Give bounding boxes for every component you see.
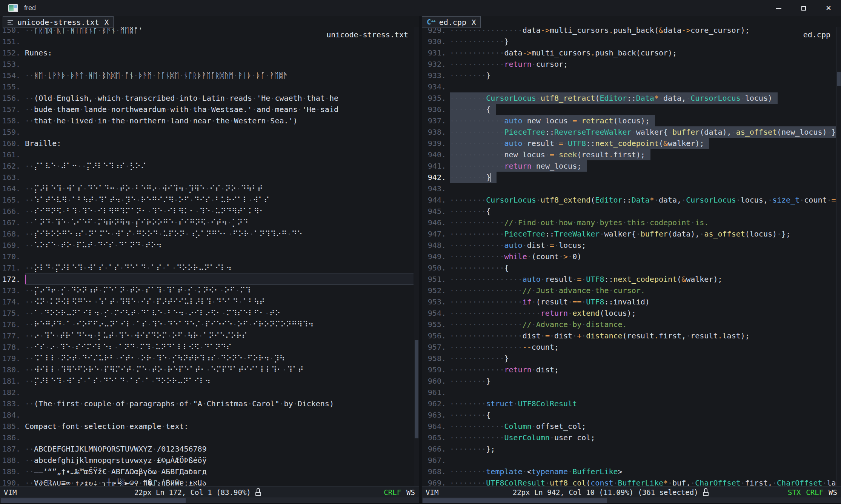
text-line[interactable]: 157.··bude·thaem·lande·northweardum·with… xyxy=(0,104,419,115)
text-line[interactable]: 174.··⠪⠝·⠅⠝⠪⠇⠫⠛⠑⠂·⠱⠁⠞·⠹⠻⠑·⠊⠎·⠏⠜⠞⠊⠊⠥⠇⠜⠇⠹·… xyxy=(0,296,419,307)
text-line[interactable]: 185.Compact·font·selection·example·text: xyxy=(0,421,419,432)
line-text[interactable]: ········struct·UTF8ColResult xyxy=(450,398,577,409)
code-line[interactable]: 946.············//·Find·out·how·many·byt… xyxy=(422,217,841,228)
line-text[interactable]: ········{ xyxy=(450,104,496,115)
line-text[interactable]: ········CursorLocus·utf8_extend(Editor::… xyxy=(450,194,841,206)
left-hscroll-thumb[interactable] xyxy=(1,498,186,503)
code-line[interactable]: 942.········} xyxy=(422,172,841,183)
code-editor-ed-cpp[interactable]: 929.················data->multi_cursors.… xyxy=(422,27,841,486)
line-text[interactable]: ············new_locus·=·seek(result.firs… xyxy=(450,149,650,160)
line-text[interactable]: ············//·Find·out·how·many·bytes·t… xyxy=(450,217,709,228)
line-text[interactable]: ··–—‘“”„†•…‰™œŠŸž€·ΑΒΓΔΩαβγδω·АБВГДабвгд xyxy=(25,466,207,477)
code-line[interactable]: 939.············auto·result·=·UTF8::next… xyxy=(422,138,841,149)
text-line[interactable]: 179.··⠩⠁⠇⠇·⠝⠕⠞·⠙⠊⠌⠥⠗⠃·⠊⠞⠂·⠕⠗·⠹⠑·⡊⠳⠝⠞⠗⠹⠰⠎… xyxy=(0,353,419,364)
line-text[interactable]: ············PieceTree::ReverseTreeWalker… xyxy=(450,126,841,138)
line-text[interactable]: ················auto·result·=·UTF8::next… xyxy=(450,274,723,285)
line-text[interactable]: ····················return·extend(locus)… xyxy=(450,307,636,319)
text-line[interactable]: 159. xyxy=(0,126,419,138)
text-line[interactable]: 156.··(Old·English,·which·transcribed·in… xyxy=(0,92,419,104)
text-line[interactable]: 171.··⡕⠇⠙·⡍⠜⠇⠑⠹·⠺⠁⠎·⠁⠎·⠙⠑⠁⠙·⠁⠎·⠁·⠙⠕⠕⠗⠤⠝⠁… xyxy=(0,262,419,274)
lock-icon[interactable] xyxy=(703,488,709,496)
code-line[interactable]: 938.············PieceTree::ReverseTreeWa… xyxy=(422,126,841,138)
code-line[interactable]: 934. xyxy=(422,81,841,92)
text-line[interactable]: 164.··⡍⠜⠇⠑⠹·⠺⠁⠎·⠙⠑⠁⠙⠒·⠞⠕·⠃⠑⠛⠔·⠺⠊⠹⠲·⡹⠻⠑·⠊… xyxy=(0,183,419,194)
tab-close-icon[interactable]: X xyxy=(105,18,109,26)
line-text[interactable]: ··bude·thaem·lande·northweardum·with·tha… xyxy=(25,104,338,115)
code-line[interactable]: 935.········CursorLocus·utf8_retract(Edi… xyxy=(422,92,841,104)
line-text[interactable]: ············return·new_locus; xyxy=(450,160,587,172)
text-line[interactable]: 170. xyxy=(0,251,419,262)
code-line[interactable]: 949.············while·(count·>·0) xyxy=(422,251,841,262)
text-line[interactable]: 166.··⠎⠊⠛⠝⠫·⠃⠹·⠹⠑·⠊⠇⠻⠛⠹⠍⠁⠝⠂·⠹⠑·⠊⠇⠻⠅⠂·⠹⠑·… xyxy=(0,206,419,217)
line-text[interactable]: ········{ xyxy=(450,409,490,421)
text-line[interactable]: 186. xyxy=(0,432,419,443)
text-line[interactable]: 158.··that·he·lived·in·the·northern·land… xyxy=(0,115,419,126)
line-text[interactable]: ············{ xyxy=(450,262,509,274)
line-text[interactable]: Braille: xyxy=(25,138,61,149)
code-line[interactable]: 966.········}; xyxy=(422,443,841,455)
text-line[interactable]: 180.··⠺⠊⠇⠇·⠹⠻⠑⠋⠕⠗⠑·⠏⠻⠍⠊⠞·⠍⠑·⠞⠕·⠗⠑⠏⠑⠁⠞⠂·⠑… xyxy=(0,364,419,375)
tab-ed-cpp[interactable]: C++ ed.cpp X xyxy=(422,16,481,28)
text-line[interactable]: 177.··⠔·⠹⠑·⠞⠗⠁⠙⠑⠲·⡃⠥⠞·⠹⠑·⠺⠊⠎⠙⠕⠍·⠕⠋·⠳⠗·⠁⠝… xyxy=(0,330,419,341)
line-text[interactable]: ··⡕⠇⠙·⡍⠜⠇⠑⠹·⠺⠁⠎·⠁⠎·⠙⠑⠁⠙·⠁⠎·⠁·⠙⠕⠕⠗⠤⠝⠁⠊⠇⠲ xyxy=(25,262,232,274)
line-text[interactable]: ········} xyxy=(450,375,490,387)
line-text[interactable]: ············UserColumn·user_col; xyxy=(450,432,595,443)
line-text[interactable]: ··ᚪᚱᛖᛞ·ᚣᛁ·ᚻᛁᛖᚱᚾᚩ·ᛒᚫᚾ·ᛗᛖᛥᚩ' xyxy=(25,27,143,36)
text-line[interactable]: 155. xyxy=(0,81,419,92)
line-text[interactable]: ········UTF8ColResult·utf8_col(const·Buf… xyxy=(450,477,841,486)
text-line[interactable]: 187.··ABCDEFGHIJKLMNOPQRSTUVWXYZ·/012345… xyxy=(0,443,419,455)
line-text[interactable]: ··⠡⠕⠎⠑·⠞⠕·⠏⠥⠞·⠙⠊⠎·⠙⠁⠝⠙·⠞⠕⠲ xyxy=(25,240,162,251)
line-text[interactable]: ··⡍⠜⠇⠑⠹·⠺⠁⠎·⠙⠑⠁⠙⠒·⠞⠕·⠃⠑⠛⠔·⠺⠊⠹⠲·⡹⠻⠑·⠊⠎·⠝⠕… xyxy=(25,183,263,194)
pane-divider[interactable] xyxy=(419,16,422,502)
line-text[interactable]: ················--count; xyxy=(450,341,559,353)
code-line[interactable]: 940.············new_locus·=·seek(result.… xyxy=(422,149,841,160)
left-horizontal-scrollbar[interactable] xyxy=(0,498,419,503)
line-text[interactable]: ········} xyxy=(450,70,490,81)
code-line[interactable]: 961. xyxy=(422,387,841,398)
code-line[interactable]: 937.············auto·new_locus·=·retract… xyxy=(422,115,841,126)
code-line[interactable]: 944.········CursorLocus·utf8_extend(Edit… xyxy=(422,194,841,206)
line-text[interactable]: ············return·cursor; xyxy=(450,58,568,70)
text-line[interactable]: 183.··(The·first·couple·of·paragraphs·of… xyxy=(0,398,419,409)
code-line[interactable]: 951.················auto·result·=·UTF8::… xyxy=(422,274,841,285)
code-line[interactable]: 941.············return·new_locus; xyxy=(422,160,841,172)
code-line[interactable]: 968.········template·<typename·BufferLik… xyxy=(422,466,841,477)
line-text[interactable]: Compact·font·selection·example·text: xyxy=(25,421,189,432)
code-line[interactable]: 933.········} xyxy=(422,70,841,81)
text-line[interactable]: 167.··⠁⠝⠙·⠹⠑·⠡⠊⠑⠋·⠍⠳⠗⠝⠻⠲·⡎⠊⠗⠕⠕⠛⠑·⠎⠊⠛⠝⠫·⠊… xyxy=(0,217,419,228)
line-text[interactable]: ············PieceTree::TreeWalker·walker… xyxy=(450,228,790,240)
text-line[interactable]: 153. xyxy=(0,58,419,70)
text-line[interactable]: 182. xyxy=(0,387,419,398)
code-line[interactable]: 954.····················return·extend(lo… xyxy=(422,307,841,319)
code-line[interactable]: 959.············return·dist; xyxy=(422,364,841,375)
code-line[interactable]: 950.············{ xyxy=(422,262,841,274)
line-text[interactable]: ············while·(count·>·0) xyxy=(450,251,581,262)
code-line[interactable]: 957.················--count; xyxy=(422,341,841,353)
close-button[interactable]: ✕ xyxy=(816,0,841,16)
line-text[interactable]: ··ABCDEFGHIJKLMNOPQRSTUVWXYZ·/0123456789 xyxy=(25,443,207,455)
code-line[interactable]: 969.········UTF8ColResult·utf8_col(const… xyxy=(422,477,841,486)
line-text[interactable]: ··∀∂∈ℝ∧∪≡∞·↑↗↨↻⇣·┐┼╔╘░►☺♀·ﬁ�⑀₂ἠḂӥẄɐː⍎אԱა xyxy=(25,477,207,486)
line-text[interactable]: ··⠊⠎·⠔·⠹⠑·⠎⠊⠍⠊⠇⠑⠆·⠁⠝⠙·⠍⠹·⠥⠝⠙⠁⠇⠇⠪⠫·⠙⠁⠝⠙⠎ xyxy=(25,341,232,353)
line-text[interactable]: ··(Old·English,·which·transcribed·into·L… xyxy=(25,92,338,104)
line-text[interactable]: ··⡍⠜⠇⠑⠹·⠺⠁⠎·⠁⠎·⠙⠑⠁⠙·⠁⠎·⠁·⠙⠕⠕⠗⠤⠝⠁⠊⠇⠲ xyxy=(25,375,211,387)
text-line[interactable]: 184. xyxy=(0,409,419,421)
code-line[interactable]: 967. xyxy=(422,455,841,466)
right-vertical-scrollbar[interactable] xyxy=(836,27,841,486)
left-vscroll-thumb[interactable] xyxy=(415,340,418,438)
line-text[interactable]: ················dist·=·dist·+·distance(r… xyxy=(450,330,750,341)
line-text[interactable]: ··⡍⠔⠙⠖·⡊·⠙⠕⠝⠰⠞·⠍⠑⠁⠝·⠞⠕·⠎⠁⠹·⠹⠁⠞·⡊·⠅⠝⠪⠂·⠕⠋… xyxy=(25,285,251,296)
line-text[interactable]: ············data->multi_cursors.push_bac… xyxy=(450,47,677,58)
line-text[interactable]: Runes: xyxy=(25,47,52,58)
line-text[interactable]: ··that·he·lived·in·the·northern·land·nea… xyxy=(25,115,298,126)
code-line[interactable]: 962.········struct·UTF8ColResult xyxy=(422,398,841,409)
tab-unicode-stress-txt[interactable]: unicode-stress.txt X xyxy=(3,16,114,28)
code-line[interactable]: 964.············Column·offset_col; xyxy=(422,421,841,432)
code-line[interactable]: 948.············auto·dist·=·locus; xyxy=(422,240,841,251)
text-line[interactable]: 173.··⡍⠔⠙⠖·⡊·⠙⠕⠝⠰⠞·⠍⠑⠁⠝·⠞⠕·⠎⠁⠹·⠹⠁⠞·⡊·⠅⠝⠪… xyxy=(0,285,419,296)
right-hscroll-thumb[interactable] xyxy=(423,498,607,503)
text-editor-unicode-stress[interactable]: 150.··ᚪᚱᛖᛞ·ᚣᛁ·ᚻᛁᛖᚱᚾᚩ·ᛒᚫᚾ·ᛗᛖᛥᚩ'151.152.Ru… xyxy=(0,27,419,486)
line-text[interactable]: ··⠩⠁⠇⠇·⠝⠕⠞·⠙⠊⠌⠥⠗⠃·⠊⠞⠂·⠕⠗·⠹⠑·⡊⠳⠝⠞⠗⠹⠰⠎·⠙⠕⠝… xyxy=(25,353,285,364)
text-line[interactable]: 152.Runes: xyxy=(0,47,419,58)
text-line[interactable]: 169.··⠡⠕⠎⠑·⠞⠕·⠏⠥⠞·⠙⠊⠎·⠙⠁⠝⠙·⠞⠕⠲ xyxy=(0,240,419,251)
